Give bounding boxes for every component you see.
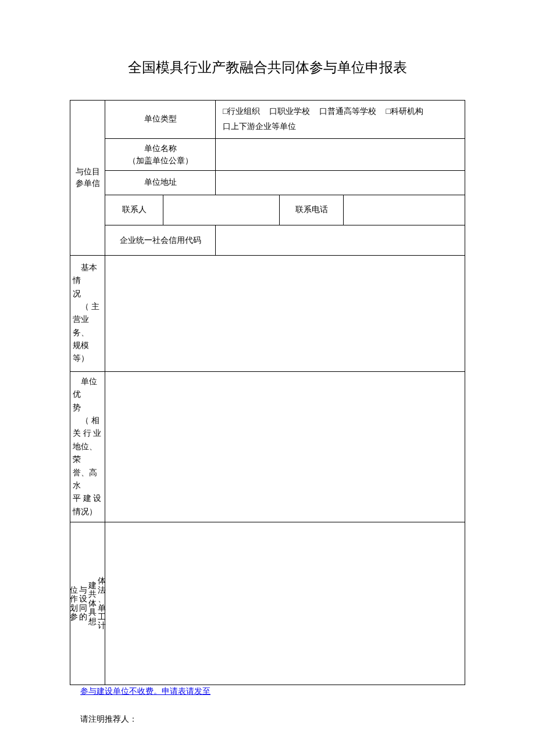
unit-type-opt-vocational[interactable]: 口职业学校 bbox=[269, 105, 310, 118]
phone-label: 联系电话 bbox=[280, 195, 344, 225]
unit-type-opt-research[interactable]: □科研机构 bbox=[386, 105, 423, 118]
unit-type-opt-higher-ed[interactable]: 口普通高等学校 bbox=[319, 105, 376, 118]
basic-info-field[interactable] bbox=[105, 255, 465, 371]
unit-type-label: 单位类型 bbox=[105, 101, 216, 139]
plan-field[interactable] bbox=[105, 522, 465, 685]
advantages-field[interactable] bbox=[105, 371, 465, 522]
application-form-table: 与位目参单信 单位类型 □行业组织 口职业学校 口普通高等学校 □科研机构 口上… bbox=[70, 100, 465, 685]
fee-notice-link[interactable]: 参与建设单位不收费。申请表请发至 bbox=[80, 686, 465, 697]
section1-header: 与位目参单信 bbox=[70, 101, 105, 256]
phone-field[interactable] bbox=[344, 195, 465, 225]
contact-field[interactable] bbox=[163, 195, 280, 225]
basic-info-label: 基本情 况 （ 主 营业务、 规模等） bbox=[70, 255, 105, 371]
credit-code-field[interactable] bbox=[216, 225, 465, 255]
advantages-label: 单位优 势 （ 相 关 行 业 地位、荣 誉、高水 平 建 设 情况） bbox=[70, 371, 105, 522]
recommender-note: 请注明推荐人： bbox=[80, 714, 465, 725]
unit-name-label: 单位名称 （加盖单位公章） bbox=[105, 138, 216, 170]
page-title: 全国模具行业产教融合共同体参与单位申报表 bbox=[70, 58, 465, 77]
unit-type-options: □行业组织 口职业学校 口普通高等学校 □科研机构 口上下游企业等单位 bbox=[216, 101, 465, 139]
unit-address-label: 单位地址 bbox=[105, 170, 216, 195]
unit-type-opt-industry[interactable]: □行业组织 bbox=[223, 105, 260, 118]
unit-address-field[interactable] bbox=[216, 170, 465, 195]
contact-label: 联系人 bbox=[105, 195, 163, 225]
plan-label: 位作划参 与设同的 建共体具想 体法、单工计 bbox=[70, 522, 105, 685]
unit-name-field[interactable] bbox=[216, 138, 465, 170]
credit-code-label: 企业统一社会信用代码 bbox=[105, 225, 216, 255]
unit-type-opt-enterprise[interactable]: 口上下游企业等单位 bbox=[223, 120, 296, 133]
